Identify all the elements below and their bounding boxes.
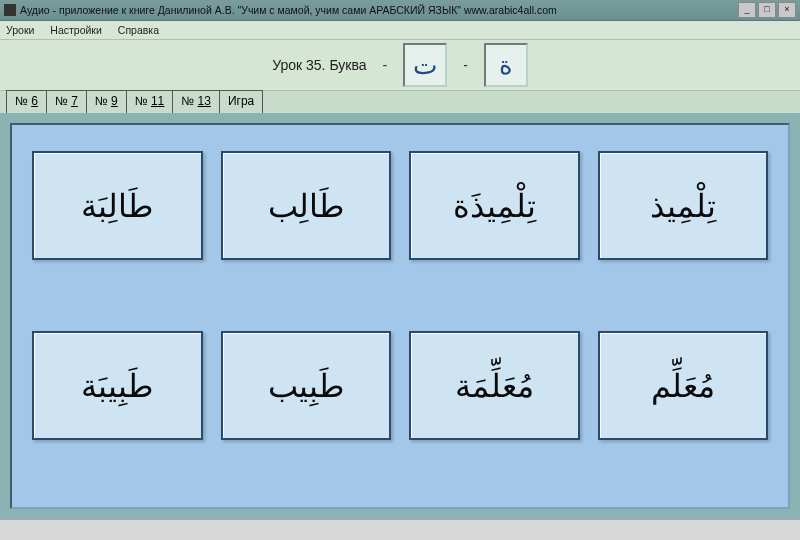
tab-13[interactable]: № 13: [172, 90, 220, 113]
lesson-label: Урок 35. Буква: [272, 57, 366, 73]
minimize-button[interactable]: _: [738, 2, 756, 18]
content-area: طَالِبَة طَالِب تِلْمِيذَة تِلْمِيذ طَبِ…: [0, 113, 800, 519]
word-card[interactable]: طَبِيبَة: [32, 331, 203, 440]
menu-settings[interactable]: Настройки: [50, 24, 102, 36]
word-card[interactable]: تِلْمِيذَة: [409, 151, 580, 260]
tab-game[interactable]: Игра: [219, 90, 263, 113]
word-card[interactable]: تِلْمِيذ: [598, 151, 769, 260]
app-window: Аудио - приложение к книге Данилиной А.В…: [0, 0, 800, 540]
window-controls: _ □ ×: [738, 2, 796, 18]
close-button[interactable]: ×: [778, 2, 796, 18]
separator: -: [378, 57, 391, 73]
window-title: Аудио - приложение к книге Данилиной А.В…: [20, 4, 738, 16]
titlebar: Аудио - приложение к книге Данилиной А.В…: [0, 0, 800, 21]
tab-6[interactable]: № 6: [6, 90, 47, 113]
word-card[interactable]: طَالِبَة: [32, 151, 203, 260]
tab-9[interactable]: № 9: [86, 90, 127, 113]
letter-button-1[interactable]: ت: [403, 43, 447, 87]
maximize-button[interactable]: □: [758, 2, 776, 18]
tab-7[interactable]: № 7: [46, 90, 87, 113]
word-card[interactable]: طَبِيب: [221, 331, 392, 440]
statusbar: [0, 519, 800, 540]
menu-help[interactable]: Справка: [118, 24, 159, 36]
separator: -: [459, 57, 472, 73]
menu-lessons[interactable]: Уроки: [6, 24, 34, 36]
lesson-toolbar: Урок 35. Буква - ت - ة: [0, 40, 800, 91]
word-card[interactable]: مُعَلِّم: [598, 331, 769, 440]
menubar: Уроки Настройки Справка: [0, 21, 800, 40]
tabstrip: № 6 № 7 № 9 № 11 № 13 Игра: [0, 91, 800, 113]
word-card[interactable]: مُعَلِّمَة: [409, 331, 580, 440]
app-icon: [4, 4, 16, 16]
letter-button-2[interactable]: ة: [484, 43, 528, 87]
word-board: طَالِبَة طَالِب تِلْمِيذَة تِلْمِيذ طَبِ…: [10, 123, 790, 509]
word-card[interactable]: طَالِب: [221, 151, 392, 260]
tab-11[interactable]: № 11: [126, 90, 174, 113]
